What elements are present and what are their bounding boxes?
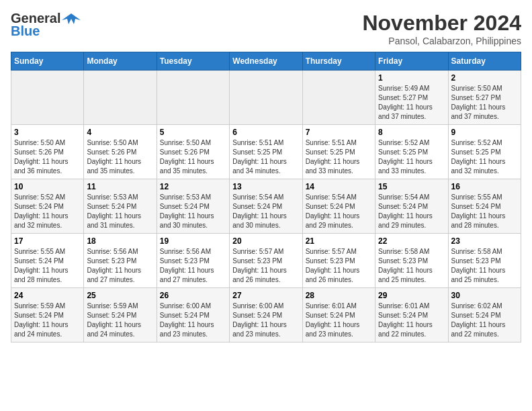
logo: General Blue <box>11 11 81 39</box>
day-info: Sunrise: 6:01 AM Sunset: 5:24 PM Dayligh… <box>306 302 372 339</box>
day-number: 1 <box>378 73 445 83</box>
day-info: Sunrise: 5:52 AM Sunset: 5:25 PM Dayligh… <box>451 138 518 176</box>
calendar-cell: 9Sunrise: 5:52 AM Sunset: 5:25 PM Daylig… <box>448 125 521 179</box>
calendar-cell: 2Sunrise: 5:50 AM Sunset: 5:27 PM Daylig… <box>448 71 521 125</box>
day-number: 12 <box>160 182 226 191</box>
day-info: Sunrise: 5:49 AM Sunset: 5:27 PM Dayligh… <box>378 84 445 122</box>
day-number: 21 <box>306 236 372 246</box>
calendar-cell: 15Sunrise: 5:54 AM Sunset: 5:24 PM Dayli… <box>375 179 448 234</box>
day-info: Sunrise: 5:52 AM Sunset: 5:24 PM Dayligh… <box>14 193 81 230</box>
day-number: 28 <box>306 291 372 300</box>
calendar-cell: 26Sunrise: 6:00 AM Sunset: 5:24 PM Dayli… <box>157 288 229 342</box>
month-title: November 2024 <box>362 11 521 36</box>
day-number: 23 <box>451 236 518 246</box>
title-block: November 2024 Pansol, Calabarzon, Philip… <box>362 11 521 46</box>
day-info: Sunrise: 5:54 AM Sunset: 5:24 PM Dayligh… <box>306 193 372 230</box>
calendar-cell: 18Sunrise: 5:56 AM Sunset: 5:23 PM Dayli… <box>84 234 157 288</box>
calendar-cell: 20Sunrise: 5:57 AM Sunset: 5:23 PM Dayli… <box>230 234 302 288</box>
day-info: Sunrise: 5:58 AM Sunset: 5:23 PM Dayligh… <box>378 247 445 285</box>
logo-bird-icon <box>62 12 81 26</box>
day-number: 6 <box>232 128 299 137</box>
calendar-cell <box>302 71 375 125</box>
calendar-cell: 11Sunrise: 5:53 AM Sunset: 5:24 PM Dayli… <box>84 179 157 234</box>
day-number: 4 <box>87 128 153 137</box>
calendar-cell <box>157 71 229 125</box>
day-number: 27 <box>232 291 299 300</box>
day-info: Sunrise: 6:00 AM Sunset: 5:24 PM Dayligh… <box>160 302 226 339</box>
calendar-cell <box>230 71 302 125</box>
day-info: Sunrise: 5:57 AM Sunset: 5:23 PM Dayligh… <box>232 247 299 285</box>
day-info: Sunrise: 5:53 AM Sunset: 5:24 PM Dayligh… <box>87 193 153 230</box>
day-info: Sunrise: 5:55 AM Sunset: 5:24 PM Dayligh… <box>14 247 81 285</box>
day-info: Sunrise: 5:59 AM Sunset: 5:24 PM Dayligh… <box>14 302 81 339</box>
day-number: 7 <box>306 128 372 137</box>
day-number: 30 <box>451 291 518 300</box>
day-number: 29 <box>378 291 445 300</box>
day-number: 11 <box>87 182 153 191</box>
calendar-week-4: 17Sunrise: 5:55 AM Sunset: 5:24 PM Dayli… <box>11 234 521 288</box>
day-number: 17 <box>14 236 81 246</box>
day-info: Sunrise: 6:01 AM Sunset: 5:24 PM Dayligh… <box>378 302 445 339</box>
calendar-cell: 1Sunrise: 5:49 AM Sunset: 5:27 PM Daylig… <box>375 71 448 125</box>
calendar-cell: 30Sunrise: 6:02 AM Sunset: 5:24 PM Dayli… <box>448 288 521 342</box>
day-number: 26 <box>160 291 226 300</box>
day-number: 9 <box>451 128 518 137</box>
day-info: Sunrise: 5:50 AM Sunset: 5:26 PM Dayligh… <box>87 138 153 176</box>
day-info: Sunrise: 5:54 AM Sunset: 5:24 PM Dayligh… <box>232 193 299 230</box>
day-number: 22 <box>378 236 445 246</box>
calendar-cell: 7Sunrise: 5:51 AM Sunset: 5:25 PM Daylig… <box>302 125 375 179</box>
day-info: Sunrise: 5:50 AM Sunset: 5:26 PM Dayligh… <box>14 138 81 176</box>
calendar-cell: 23Sunrise: 5:58 AM Sunset: 5:23 PM Dayli… <box>448 234 521 288</box>
day-info: Sunrise: 5:52 AM Sunset: 5:25 PM Dayligh… <box>378 138 445 176</box>
calendar-cell <box>11 71 84 125</box>
calendar-cell: 4Sunrise: 5:50 AM Sunset: 5:26 PM Daylig… <box>84 125 157 179</box>
weekday-header-tuesday: Tuesday <box>157 52 229 71</box>
calendar-cell: 14Sunrise: 5:54 AM Sunset: 5:24 PM Dayli… <box>302 179 375 234</box>
calendar-cell: 21Sunrise: 5:57 AM Sunset: 5:23 PM Dayli… <box>302 234 375 288</box>
calendar-cell: 12Sunrise: 5:53 AM Sunset: 5:24 PM Dayli… <box>157 179 229 234</box>
day-number: 3 <box>14 128 81 137</box>
page-header: General Blue November 2024 Pansol, Calab… <box>11 11 521 46</box>
day-number: 16 <box>451 182 518 191</box>
day-info: Sunrise: 5:59 AM Sunset: 5:24 PM Dayligh… <box>87 302 153 339</box>
day-info: Sunrise: 6:00 AM Sunset: 5:24 PM Dayligh… <box>232 302 299 339</box>
weekday-header-monday: Monday <box>84 52 157 71</box>
day-number: 10 <box>14 182 81 191</box>
calendar-cell: 25Sunrise: 5:59 AM Sunset: 5:24 PM Dayli… <box>84 288 157 342</box>
day-info: Sunrise: 5:54 AM Sunset: 5:24 PM Dayligh… <box>378 193 445 230</box>
calendar-cell: 27Sunrise: 6:00 AM Sunset: 5:24 PM Dayli… <box>230 288 302 342</box>
weekday-header-saturday: Saturday <box>448 52 521 71</box>
calendar-cell: 5Sunrise: 5:50 AM Sunset: 5:26 PM Daylig… <box>157 125 229 179</box>
day-number: 18 <box>87 236 153 246</box>
day-number: 24 <box>14 291 81 300</box>
day-info: Sunrise: 5:58 AM Sunset: 5:23 PM Dayligh… <box>451 247 518 285</box>
day-info: Sunrise: 5:51 AM Sunset: 5:25 PM Dayligh… <box>306 138 372 176</box>
calendar-cell: 24Sunrise: 5:59 AM Sunset: 5:24 PM Dayli… <box>11 288 84 342</box>
calendar-header: SundayMondayTuesdayWednesdayThursdayFrid… <box>11 52 521 71</box>
weekday-header-wednesday: Wednesday <box>230 52 302 71</box>
calendar-week-5: 24Sunrise: 5:59 AM Sunset: 5:24 PM Dayli… <box>11 288 521 342</box>
day-info: Sunrise: 5:50 AM Sunset: 5:26 PM Dayligh… <box>160 138 226 176</box>
day-info: Sunrise: 5:53 AM Sunset: 5:24 PM Dayligh… <box>160 193 226 230</box>
day-number: 20 <box>232 236 299 246</box>
calendar-body: 1Sunrise: 5:49 AM Sunset: 5:27 PM Daylig… <box>11 71 521 342</box>
calendar-week-3: 10Sunrise: 5:52 AM Sunset: 5:24 PM Dayli… <box>11 179 521 234</box>
calendar-table: SundayMondayTuesdayWednesdayThursdayFrid… <box>11 52 521 342</box>
calendar-cell: 6Sunrise: 5:51 AM Sunset: 5:25 PM Daylig… <box>230 125 302 179</box>
location: Pansol, Calabarzon, Philippines <box>362 36 521 46</box>
calendar-cell: 16Sunrise: 5:55 AM Sunset: 5:24 PM Dayli… <box>448 179 521 234</box>
calendar-cell: 3Sunrise: 5:50 AM Sunset: 5:26 PM Daylig… <box>11 125 84 179</box>
day-number: 2 <box>451 73 518 83</box>
day-info: Sunrise: 5:51 AM Sunset: 5:25 PM Dayligh… <box>232 138 299 176</box>
day-info: Sunrise: 5:57 AM Sunset: 5:23 PM Dayligh… <box>306 247 372 285</box>
day-number: 8 <box>378 128 445 137</box>
calendar-cell: 28Sunrise: 6:01 AM Sunset: 5:24 PM Dayli… <box>302 288 375 342</box>
calendar-cell <box>84 71 157 125</box>
day-number: 19 <box>160 236 226 246</box>
calendar-cell: 10Sunrise: 5:52 AM Sunset: 5:24 PM Dayli… <box>11 179 84 234</box>
calendar-week-1: 1Sunrise: 5:49 AM Sunset: 5:27 PM Daylig… <box>11 71 521 125</box>
weekday-header-friday: Friday <box>375 52 448 71</box>
day-info: Sunrise: 5:55 AM Sunset: 5:24 PM Dayligh… <box>451 193 518 230</box>
day-number: 15 <box>378 182 445 191</box>
calendar-cell: 29Sunrise: 6:01 AM Sunset: 5:24 PM Dayli… <box>375 288 448 342</box>
